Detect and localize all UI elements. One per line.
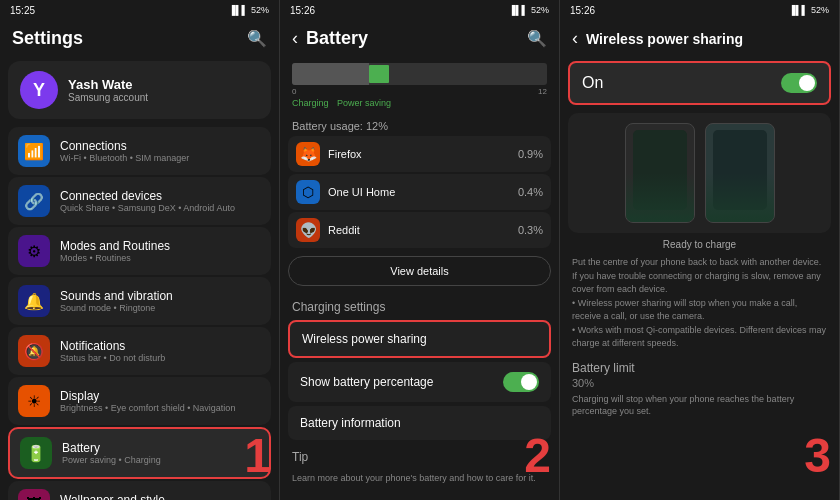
wireless-toggle-bar[interactable]: On <box>568 61 831 105</box>
battery-sub: Power saving • Charging <box>62 455 259 465</box>
notifications-text: Notifications Status bar • Do not distur… <box>60 339 261 363</box>
battery-label-12: 12 <box>538 87 547 96</box>
signal-icon-2: ▐▌▌ <box>509 5 528 15</box>
modes-text: Modes and Routines Modes • Routines <box>60 239 261 263</box>
display-icon: ☀ <box>18 385 50 417</box>
sounds-title: Sounds and vibration <box>60 289 261 303</box>
reddit-pct: 0.3% <box>518 224 543 236</box>
phone-screen-2 <box>713 130 767 210</box>
settings-item-sounds[interactable]: 🔔 Sounds and vibration Sound mode • Ring… <box>8 277 271 325</box>
display-sub: Brightness • Eye comfort shield • Naviga… <box>60 403 261 413</box>
back-button-3[interactable]: ‹ <box>572 28 578 49</box>
firefox-icon: 🦊 <box>296 142 320 166</box>
battery-pct-3: 52% <box>811 5 829 15</box>
wireless-panel: 15:26 ▐▌▌ 52% ‹ Wireless power sharing O… <box>560 0 840 500</box>
oneui-name: One UI Home <box>328 186 510 198</box>
phone-image-1 <box>625 123 695 223</box>
settings-item-wallpaper[interactable]: 🖼 Wallpaper and style Wallpapers • Colou… <box>8 481 271 500</box>
battery-app-oneui[interactable]: ⬡ One UI Home 0.4% <box>288 174 551 210</box>
settings-item-connected-devices[interactable]: 🔗 Connected devices Quick Share • Samsun… <box>8 177 271 225</box>
settings-item-notifications[interactable]: 🔕 Notifications Status bar • Do not dist… <box>8 327 271 375</box>
tip-text: Learn more about your phone's battery an… <box>280 468 559 489</box>
reddit-icon: 👽 <box>296 218 320 242</box>
battery-limit-desc: Charging will stop when your phone reach… <box>560 393 839 418</box>
phone-image-2 <box>705 123 775 223</box>
settings-item-connections[interactable]: 📶 Connections Wi-Fi • Bluetooth • SIM ma… <box>8 127 271 175</box>
battery-fill-green <box>369 65 389 83</box>
battery-app-list: 🦊 Firefox 0.9% ⬡ One UI Home 0.4% 👽 Redd… <box>280 136 559 250</box>
battery-panel: 15:26 ▐▌▌ 52% ‹ Battery 🔍 0 12 Charging … <box>280 0 560 500</box>
search-icon[interactable]: 🔍 <box>247 29 267 48</box>
info-line-2: If you have trouble connecting or chargi… <box>572 271 821 295</box>
signal-icon: ▐▌▌ <box>229 5 248 15</box>
sounds-icon: 🔔 <box>18 285 50 317</box>
wireless-power-title: Wireless power sharing <box>302 332 427 346</box>
modes-title: Modes and Routines <box>60 239 261 253</box>
status-icons-2: ▐▌▌ 52% <box>509 5 549 15</box>
wireless-power-sharing-item[interactable]: Wireless power sharing <box>288 320 551 358</box>
oneui-pct: 0.4% <box>518 186 543 198</box>
settings-item-battery[interactable]: 🔋 Battery Power saving • Charging <box>8 427 271 479</box>
display-text: Display Brightness • Eye comfort shield … <box>60 389 261 413</box>
display-title: Display <box>60 389 261 403</box>
settings-header-icons[interactable]: 🔍 <box>247 29 267 48</box>
wireless-toggle-knob <box>799 75 815 91</box>
charging-label: Charging <box>292 98 329 108</box>
notifications-title: Notifications <box>60 339 261 353</box>
step-2: 2 <box>524 432 551 480</box>
battery-bar-labels: 0 12 <box>292 87 547 96</box>
battery-pct-2: 52% <box>531 5 549 15</box>
connections-title: Connections <box>60 139 261 153</box>
status-icons-1: ▐▌▌ 52% <box>229 5 269 15</box>
status-icons-3: ▐▌▌ 52% <box>789 5 829 15</box>
info-line-3: • Wireless power sharing will stop when … <box>572 298 797 322</box>
step-3: 3 <box>804 432 831 480</box>
time-2: 15:26 <box>290 5 315 16</box>
battery-usage-label: Battery usage: 12% <box>280 114 559 136</box>
battery-limit-header: Battery limit <box>560 355 839 377</box>
avatar: Y <box>20 71 58 109</box>
settings-item-display[interactable]: ☀ Display Brightness • Eye comfort shiel… <box>8 377 271 425</box>
battery-text: Battery Power saving • Charging <box>62 441 259 465</box>
battery-info-item[interactable]: Battery information <box>288 406 551 440</box>
battery-info-title: Battery information <box>300 416 401 430</box>
wallpaper-text: Wallpaper and style Wallpapers • Colour … <box>60 493 261 500</box>
show-battery-pct-item[interactable]: Show battery percentage <box>288 362 551 402</box>
settings-title: Settings <box>12 28 83 49</box>
tip-header: Tip <box>280 442 559 468</box>
view-details-button[interactable]: View details <box>288 256 551 286</box>
connected-devices-title: Connected devices <box>60 189 261 203</box>
sounds-sub: Sound mode • Ringtone <box>60 303 261 313</box>
battery-fill-gray <box>292 63 369 85</box>
settings-item-modes[interactable]: ⚙ Modes and Routines Modes • Routines <box>8 227 271 275</box>
info-line-4: • Works with most Qi-compatible devices.… <box>572 325 826 349</box>
notifications-sub: Status bar • Do not disturb <box>60 353 261 363</box>
power-saving-label: Power saving <box>337 98 391 108</box>
modes-sub: Modes • Routines <box>60 253 261 263</box>
wireless-toggle[interactable] <box>781 73 817 93</box>
charging-settings-header: Charging settings <box>280 292 559 318</box>
time-1: 15:25 <box>10 5 35 16</box>
show-battery-toggle[interactable] <box>503 372 539 392</box>
account-name: Yash Wate <box>68 77 148 92</box>
back-button-2[interactable]: ‹ <box>292 28 298 49</box>
battery-app-firefox[interactable]: 🦊 Firefox 0.9% <box>288 136 551 172</box>
status-bar-3: 15:26 ▐▌▌ 52% <box>560 0 839 20</box>
settings-header: Settings 🔍 <box>0 20 279 57</box>
firefox-name: Firefox <box>328 148 510 160</box>
battery-app-reddit[interactable]: 👽 Reddit 0.3% <box>288 212 551 248</box>
connections-icon: 📶 <box>18 135 50 167</box>
reddit-name: Reddit <box>328 224 510 236</box>
battery-pct-1: 52% <box>251 5 269 15</box>
firefox-pct: 0.9% <box>518 148 543 160</box>
oneui-icon: ⬡ <box>296 180 320 204</box>
toggle-knob-battery <box>521 374 537 390</box>
connected-devices-sub: Quick Share • Samsung DeX • Android Auto <box>60 203 261 213</box>
status-bar-2: 15:26 ▐▌▌ 52% <box>280 0 559 20</box>
wireless-info-text: Put the centre of your phone back to bac… <box>560 252 839 355</box>
account-section[interactable]: Y Yash Wate Samsung account <box>8 61 271 119</box>
connected-devices-icon: 🔗 <box>18 185 50 217</box>
battery-header: ‹ Battery 🔍 <box>280 20 559 57</box>
battery-search-icon[interactable]: 🔍 <box>527 29 547 48</box>
wireless-panel-title: Wireless power sharing <box>586 31 743 47</box>
